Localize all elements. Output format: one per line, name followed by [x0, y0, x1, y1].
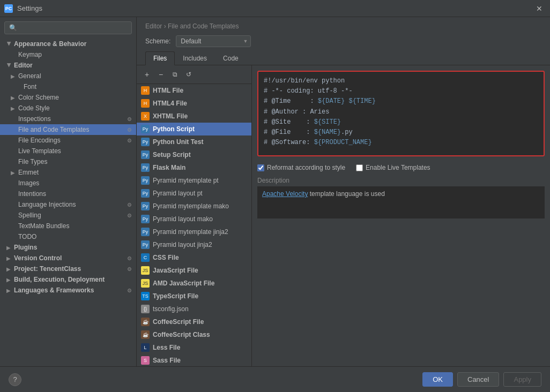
- file-item-amd-javascript[interactable]: JS AMD JavaScript File: [137, 277, 251, 290]
- sidebar-item-images[interactable]: Images: [0, 178, 136, 189]
- file-label-amd: AMD JavaScript File: [153, 280, 214, 287]
- sidebar-item-languages[interactable]: ▶ Languages & Frameworks ⚙: [0, 285, 136, 296]
- code-line-4: # @Author : Aries: [264, 107, 538, 117]
- live-templates-checkbox-item[interactable]: Enable Live Templates: [356, 164, 430, 171]
- sidebar-item-plugins[interactable]: ▶ Plugins: [0, 242, 136, 253]
- sidebar-label-font: Font: [24, 83, 36, 91]
- sidebar-label-languages: Languages & Frameworks: [14, 287, 94, 294]
- ok-button[interactable]: OK: [422, 372, 453, 387]
- apache-velocity-link[interactable]: Apache Velocity: [262, 190, 308, 198]
- gear-spelling: ⚙: [127, 213, 132, 218]
- expand-arrow-editor: ▶: [6, 63, 12, 68]
- file-item-setup-script[interactable]: Py Setup Script: [137, 148, 251, 161]
- file-item-pyramid-layout-jinja2[interactable]: Py Pyramid layout jinja2: [137, 238, 251, 251]
- sidebar-item-general[interactable]: ▶ General: [0, 71, 136, 81]
- file-item-html4[interactable]: H HTML4 File: [137, 97, 251, 110]
- file-label-python-unit-test: Python Unit Test: [153, 138, 203, 146]
- file-item-typescript[interactable]: TS TypeScript File: [137, 290, 251, 303]
- scheme-label: Scheme:: [145, 37, 170, 45]
- amd-file-icon: JS: [141, 279, 150, 288]
- sidebar-item-color-scheme[interactable]: ▶ Color Scheme: [0, 92, 136, 103]
- sidebar-item-keymap[interactable]: Keymap: [0, 49, 136, 60]
- titlebar-left: PC Settings: [4, 4, 42, 13]
- add-template-button[interactable]: +: [141, 69, 153, 80]
- scheme-select[interactable]: Default Project: [176, 35, 251, 47]
- sidebar-label-code-style: Code Style: [18, 104, 50, 112]
- sidebar-item-appearance[interactable]: ▶ Appearance & Behavior: [0, 39, 136, 49]
- reset-template-button[interactable]: ↺: [183, 69, 195, 80]
- file-item-css[interactable]: C CSS File: [137, 251, 251, 264]
- file-item-pyramid-mytemplate-jinja2[interactable]: Py Pyramid mytemplate jinja2: [137, 225, 251, 238]
- sidebar-item-code-style[interactable]: ▶ Code Style: [0, 103, 136, 114]
- sidebar-item-intentions[interactable]: Intentions: [0, 189, 136, 199]
- sidebar-item-file-encodings[interactable]: File Encodings ⚙: [0, 135, 136, 146]
- sidebar-item-editor[interactable]: ▶ Editor: [0, 60, 136, 71]
- expand-arrow: ▶: [6, 41, 12, 47]
- file-item-python-script[interactable]: Py Python Script: [137, 123, 251, 135]
- file-item-xhtml[interactable]: X XHTML File: [137, 110, 251, 123]
- sidebar-item-font[interactable]: Font: [0, 81, 136, 92]
- file-item-javascript[interactable]: JS JavaScript File: [137, 264, 251, 277]
- sidebar-item-file-types[interactable]: File Types: [0, 156, 136, 167]
- file-label-sass: Sass File: [153, 357, 181, 364]
- file-item-html[interactable]: H HTML File: [137, 84, 251, 97]
- expand-arrow-lang: ▶: [6, 288, 12, 293]
- file-item-python-unit-test[interactable]: Py Python Unit Test: [137, 135, 251, 148]
- live-templates-checkbox[interactable]: [356, 164, 363, 171]
- tab-files[interactable]: Files: [145, 51, 175, 65]
- reformat-checkbox[interactable]: [257, 164, 264, 171]
- css-file-icon: C: [141, 253, 150, 262]
- file-item-pyramid-mytemplate-mako[interactable]: Py Pyramid mytemplate mako: [137, 200, 251, 213]
- close-button[interactable]: ✕: [533, 2, 546, 15]
- tab-includes[interactable]: Includes: [175, 51, 215, 65]
- sidebar-item-language-injections[interactable]: Language Injections ⚙: [0, 199, 136, 210]
- search-input[interactable]: [4, 21, 132, 34]
- sidebar-item-live-templates[interactable]: Live Templates: [0, 146, 136, 156]
- sidebar-item-build[interactable]: ▶ Build, Execution, Deployment: [0, 274, 136, 285]
- titlebar: PC Settings ✕: [0, 0, 550, 17]
- sidebar-item-version-control[interactable]: ▶ Version Control ⚙: [0, 253, 136, 263]
- expand-arrow-emmet: ▶: [11, 170, 16, 176]
- scheme-select-wrapper[interactable]: Default Project: [176, 35, 251, 47]
- code-line-5: # @Site : ${SITE}: [264, 117, 538, 127]
- sidebar-item-spelling[interactable]: Spelling ⚙: [0, 210, 136, 221]
- file-item-flask-main[interactable]: Py Flask Main: [137, 161, 251, 174]
- file-item-pyramid-layout-mako[interactable]: Py Pyramid layout mako: [137, 213, 251, 225]
- file-item-tsconfig[interactable]: {} tsconfig.json: [137, 303, 251, 315]
- file-list-panel: + − ⧉ ↺ H HTML File H HTML4 File X: [137, 65, 252, 366]
- file-item-pyramid-mytemplate-pt[interactable]: Py Pyramid mytemplate pt: [137, 174, 251, 187]
- flask-main-icon: Py: [141, 163, 150, 172]
- sidebar-item-emmet[interactable]: ▶ Emmet: [0, 167, 136, 178]
- sidebar-label-images: Images: [18, 179, 39, 187]
- checkboxes-bar: Reformat according to style Enable Live …: [252, 162, 550, 174]
- file-item-coffeescript[interactable]: ☕ CoffeeScript File: [137, 315, 251, 328]
- sidebar-label-general: General: [18, 72, 41, 80]
- help-button[interactable]: ?: [9, 373, 21, 386]
- file-list: H HTML File H HTML4 File X XHTML File Py…: [137, 84, 251, 366]
- sidebar-label-plugins: Plugins: [14, 244, 37, 251]
- file-item-pyramid-layout-pt[interactable]: Py Pyramid layout pt: [137, 187, 251, 200]
- apply-button[interactable]: Apply: [503, 372, 541, 387]
- xhtml-file-icon: X: [141, 112, 150, 120]
- cancel-button[interactable]: Cancel: [457, 372, 499, 387]
- file-label-setup-script: Setup Script: [153, 151, 191, 159]
- gear-vc: ⚙: [127, 255, 132, 261]
- code-line-6: # @File : ${NAME}.py: [264, 127, 538, 138]
- tab-code[interactable]: Code: [215, 51, 247, 65]
- file-item-coffeescript-class[interactable]: ☕ CoffeeScript Class: [137, 328, 251, 341]
- sidebar-item-inspections[interactable]: Inspections ⚙: [0, 114, 136, 124]
- copy-template-button[interactable]: ⧉: [169, 69, 181, 80]
- tabs-bar: Files Includes Code: [137, 51, 550, 65]
- reformat-checkbox-item[interactable]: Reformat according to style: [257, 164, 345, 171]
- file-item-less[interactable]: L Less File: [137, 341, 251, 354]
- sidebar-item-project[interactable]: ▶ Project: TencentClass ⚙: [0, 263, 136, 274]
- sidebar-item-todo[interactable]: TODO: [0, 231, 136, 242]
- description-label: Description: [257, 177, 545, 184]
- sidebar-item-file-code-templates[interactable]: File and Code Templates ⚙: [0, 124, 136, 135]
- code-editor[interactable]: #!/usr/bin/env python # -*- coding: utf-…: [257, 71, 545, 156]
- remove-template-button[interactable]: −: [155, 69, 167, 80]
- file-item-sass[interactable]: S Sass File: [137, 354, 251, 366]
- file-label-typescript: TypeScript File: [153, 292, 198, 300]
- pyramid-layout-mako-icon: Py: [141, 215, 150, 223]
- sidebar-item-textmate[interactable]: TextMate Bundles: [0, 221, 136, 231]
